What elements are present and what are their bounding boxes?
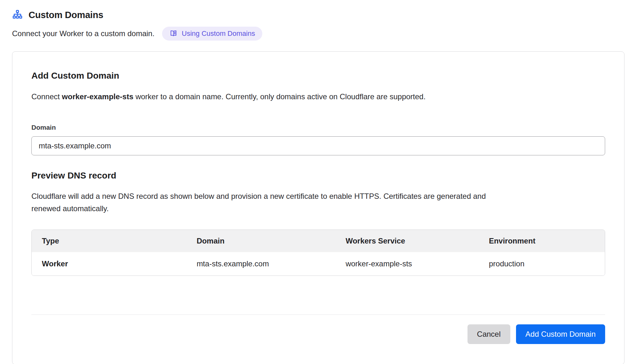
preview-dns-description: Cloudflare will add a new DNS record as … bbox=[31, 190, 494, 215]
card-heading: Add Custom Domain bbox=[31, 71, 605, 81]
dns-preview-table: Type Domain Workers Service Environment … bbox=[31, 230, 605, 276]
cancel-button[interactable]: Cancel bbox=[467, 324, 510, 344]
add-custom-domain-card: Add Custom Domain Connect worker-example… bbox=[12, 51, 624, 364]
intro-suffix: worker to a domain name. Currently, only… bbox=[134, 92, 426, 101]
docs-link[interactable]: Using Custom Domains bbox=[162, 27, 262, 41]
cell-environment: production bbox=[479, 252, 605, 276]
col-header-workers-service: Workers Service bbox=[336, 230, 479, 252]
table-header-row: Type Domain Workers Service Environment bbox=[32, 230, 605, 252]
footer-divider bbox=[31, 315, 605, 315]
preview-dns-heading: Preview DNS record bbox=[31, 171, 605, 181]
col-header-domain: Domain bbox=[186, 230, 336, 252]
table-row: Worker mta-sts.example.com worker-exampl… bbox=[32, 252, 605, 276]
cell-workers-service: worker-example-sts bbox=[336, 252, 479, 276]
sitemap-icon bbox=[12, 10, 23, 20]
worker-name: worker-example-sts bbox=[62, 92, 133, 101]
domain-input[interactable] bbox=[31, 136, 605, 155]
page-subtitle: Connect your Worker to a custom domain. bbox=[12, 29, 154, 38]
docs-link-label: Using Custom Domains bbox=[182, 29, 255, 38]
add-custom-domain-button[interactable]: Add Custom Domain bbox=[516, 324, 605, 344]
card-intro: Connect worker-example-sts worker to a d… bbox=[31, 91, 605, 102]
cell-domain: mta-sts.example.com bbox=[186, 252, 336, 276]
page-title: Custom Domains bbox=[29, 10, 103, 20]
intro-prefix: Connect bbox=[31, 92, 62, 101]
cell-type: Worker bbox=[32, 252, 186, 276]
col-header-type: Type bbox=[32, 230, 186, 252]
col-header-environment: Environment bbox=[479, 230, 605, 252]
card-actions: Cancel Add Custom Domain bbox=[31, 324, 605, 344]
open-book-icon bbox=[169, 29, 178, 38]
domain-label: Domain bbox=[31, 124, 605, 131]
page-header: Custom Domains Connect your Worker to a … bbox=[12, 10, 624, 41]
